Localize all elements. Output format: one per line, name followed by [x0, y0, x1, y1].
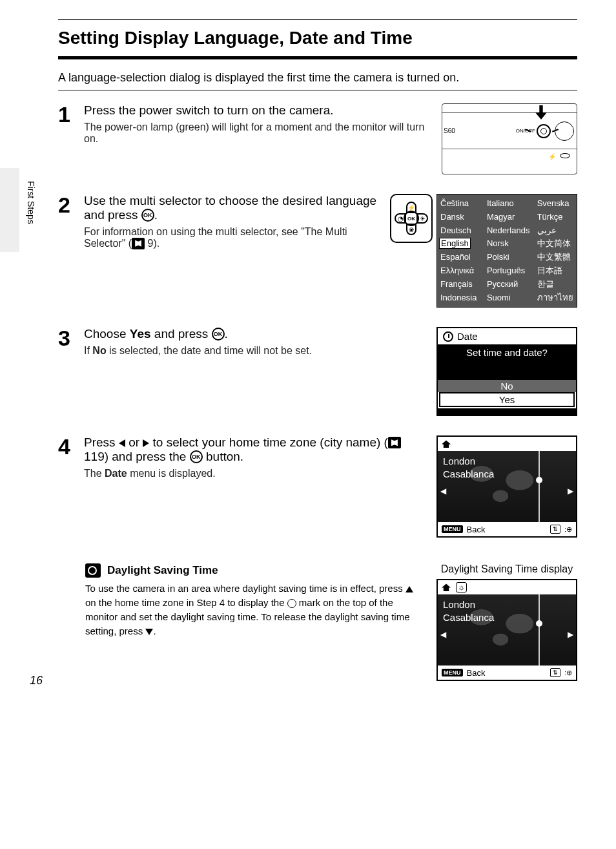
model-label: S60 [444, 127, 455, 134]
rule-top [58, 19, 577, 20]
step-body: If No is selected, the date and time wil… [84, 345, 427, 357]
step-number: 3 [58, 327, 75, 416]
arrow-left-icon[interactable]: ◀ [440, 487, 446, 496]
daylight-note: Daylight Saving Time To use the camera i… [85, 563, 577, 681]
triangle-up-icon [406, 586, 413, 592]
step-body: For information on using the multi selec… [84, 226, 381, 250]
home-icon [442, 440, 451, 448]
language-menu: ČeštinaItalianoSvenska DanskMagyarTürkçe… [436, 194, 577, 308]
dst-icon: ☼ [456, 582, 467, 592]
dialog-question: Set time and date? [438, 344, 576, 361]
step-number: 2 [58, 194, 75, 308]
back-label: Back [467, 668, 486, 678]
date-dialog: Date Set time and date? No Yes [436, 327, 577, 416]
menu-button[interactable]: MENU [442, 669, 463, 676]
ok-icon: OK [190, 450, 203, 463]
page-ref-icon [388, 437, 401, 448]
menu-button[interactable]: MENU [442, 525, 463, 533]
page-number: 16 [30, 674, 43, 687]
back-label: Back [467, 525, 486, 534]
step-body: The Date menu is displayed. [84, 468, 427, 479]
step-heading: Press the power switch to turn on the ca… [84, 103, 433, 118]
ok-button-icon: OK [404, 211, 419, 226]
power-button-icon [537, 124, 551, 138]
page-ref-icon [132, 238, 145, 249]
multi-selector-illustration: ⚡ ❀ ◔ ☀ OK [390, 194, 433, 243]
note-body: To use the camera in an area where dayli… [85, 582, 424, 638]
side-tab [0, 168, 19, 252]
arrow-right-icon[interactable]: ▶ [568, 487, 573, 496]
bolt-icon: ⚡ [548, 153, 556, 160]
rule-steps [58, 90, 577, 90]
timezone-screen-dst: ☼ LondonCasablanca ◀ ▶ MENU Back ⇅:⊕ [436, 579, 577, 681]
step-1: 1 Press the power switch to turn on the … [58, 103, 577, 174]
home-icon [442, 583, 451, 591]
city-2: Casablanca [443, 612, 494, 623]
arrow-left-icon[interactable]: ◀ [440, 630, 446, 639]
ok-icon: OK [212, 328, 225, 341]
option-yes[interactable]: Yes [439, 392, 575, 407]
page-title: Setting Display Language, Date and Time [58, 28, 577, 48]
arrow-right-icon[interactable]: ▶ [568, 630, 573, 639]
city-1: London [443, 599, 475, 610]
camera-top-illustration: S60 ON/OFF ⚡ [442, 103, 577, 174]
step-heading: Press or to select your home time zone (… [84, 435, 427, 464]
step-heading: Choose Yes and press OK. [84, 327, 427, 341]
step-number: 4 [58, 435, 75, 538]
triangle-down-icon [145, 629, 153, 635]
lens-icon [555, 121, 574, 141]
step-3: 3 Choose Yes and press OK. If No is sele… [58, 327, 577, 416]
section-label: First Steps [26, 181, 36, 224]
step-body: The power-on lamp (green) will light for… [84, 121, 433, 145]
dst-mark-icon [287, 599, 296, 608]
select-icon: ⇅ [550, 525, 560, 534]
dialog-title: Date [457, 331, 478, 342]
language-selected[interactable]: English [439, 238, 471, 249]
ok-icon: OK [141, 209, 154, 222]
step-number: 1 [58, 103, 75, 174]
note-caption: Daylight Saving Time display [436, 563, 577, 575]
intro-text: A language-selection dialog is displayed… [58, 71, 577, 85]
option-no[interactable]: No [438, 380, 576, 392]
step-heading: Use the multi selector to choose the des… [84, 194, 381, 222]
timezone-screen: LondonCasablanca ◀ ▶ MENU Back ⇅:⊕ [436, 435, 577, 538]
select-icon: ⇅ [550, 668, 560, 677]
note-title: Daylight Saving Time [107, 564, 218, 577]
rule-heavy [58, 56, 577, 59]
triangle-right-icon [143, 439, 149, 447]
step-4: 4 Press or to select your home time zone… [58, 435, 577, 538]
triangle-left-icon [119, 439, 125, 447]
clock-icon [443, 331, 453, 342]
city-2: Casablanca [443, 468, 494, 479]
note-icon [85, 563, 101, 578]
step-2: 2 Use the multi selector to choose the d… [58, 194, 577, 308]
city-1: London [443, 456, 475, 466]
